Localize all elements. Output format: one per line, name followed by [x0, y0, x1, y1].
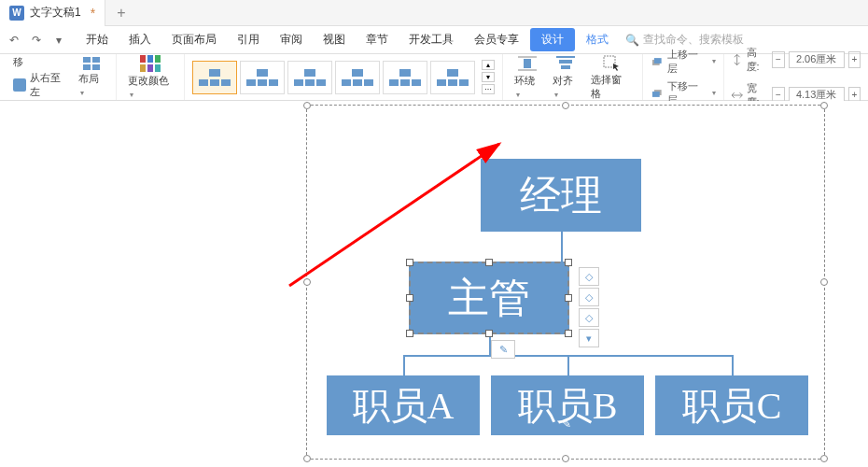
node-handle[interactable]: [565, 294, 572, 302]
chevron-down-icon: ▾: [516, 91, 520, 99]
document-tab[interactable]: W 文字文稿1 *: [0, 0, 105, 26]
resize-handle-bm[interactable]: [562, 455, 569, 462]
wrap-icon: [518, 55, 537, 72]
search-icon: 🔍: [625, 34, 639, 47]
menu-format[interactable]: 格式: [577, 28, 618, 51]
menu-start[interactable]: 开始: [77, 28, 118, 51]
menu-design[interactable]: 设计: [530, 28, 575, 51]
menu-ref[interactable]: 引用: [228, 28, 269, 51]
layout-preset-5[interactable]: [383, 61, 427, 94]
preset-scroll-up[interactable]: ▴: [482, 60, 495, 70]
menu-member[interactable]: 会员专享: [465, 28, 528, 51]
resize-handle-tl[interactable]: [303, 102, 311, 109]
move-up-button[interactable]: 上移一层▾: [651, 48, 716, 76]
search-box[interactable]: 🔍 查找命令、搜索模板: [625, 32, 744, 48]
qat-dropdown[interactable]: ▾: [50, 32, 67, 49]
connector: [567, 355, 569, 375]
tab-title: 文字文稿1: [30, 5, 81, 21]
context-add-above[interactable]: ◇: [579, 267, 599, 286]
org-node-emp-a[interactable]: 职员A: [327, 375, 480, 435]
svg-rect-18: [654, 58, 662, 64]
resize-handle-mr[interactable]: [820, 278, 828, 286]
select-pane-button[interactable]: 选择窗格: [587, 52, 635, 103]
search-placeholder: 查找命令、搜索模板: [643, 32, 744, 48]
supervisor-label: 主管: [448, 271, 530, 326]
wrap-button[interactable]: 环绕▾: [511, 53, 543, 101]
resize-handle-ml[interactable]: [303, 278, 311, 286]
height-increase[interactable]: +: [848, 51, 861, 68]
layout-preset-2[interactable]: [240, 61, 285, 94]
chevron-down-icon: ▾: [712, 89, 716, 97]
chevron-down-icon: ▾: [80, 89, 84, 97]
context-edit[interactable]: ✎: [491, 340, 515, 359]
tab-bar: W 文字文稿1 * +: [0, 0, 868, 26]
quick-access-toolbar: ↶ ↷ ▾: [6, 32, 75, 49]
org-node-supervisor-selected[interactable]: 主管: [409, 262, 569, 334]
height-input[interactable]: [789, 51, 845, 68]
redo-button[interactable]: ↷: [28, 32, 45, 49]
resize-handle-br[interactable]: [820, 455, 828, 462]
layer-down-icon: [651, 88, 664, 99]
node-handle[interactable]: [406, 259, 413, 266]
context-more[interactable]: ▾: [579, 329, 599, 347]
node-handle[interactable]: [565, 330, 572, 337]
add-tab-button[interactable]: +: [105, 5, 136, 21]
resize-handle-tr[interactable]: [820, 102, 828, 109]
node-handle[interactable]: [406, 294, 413, 302]
svg-rect-4: [140, 55, 146, 63]
color-grid-icon: [140, 55, 161, 72]
menu-page-layout[interactable]: 页面布局: [162, 28, 226, 51]
height-decrease[interactable]: −: [772, 51, 784, 68]
layout-preset-6[interactable]: [430, 61, 475, 94]
chevron-down-icon: ▾: [130, 91, 133, 99]
align-label: 对齐▾: [553, 74, 578, 99]
ribbon-group-size: 高度: − + 宽度: − +: [724, 54, 868, 100]
svg-rect-9: [155, 64, 161, 72]
node-handle[interactable]: [485, 259, 493, 266]
rtl-icon: [13, 78, 26, 92]
context-add-below[interactable]: ◇: [579, 308, 599, 327]
menu-view[interactable]: 视图: [314, 28, 355, 51]
resize-handle-bl[interactable]: [303, 455, 311, 462]
select-pane-label: 选择窗格: [591, 73, 631, 101]
preset-more[interactable]: ⋯: [482, 84, 495, 94]
rtl-label[interactable]: 从右至左: [30, 71, 70, 99]
ribbon-group-presets: ▴ ▾ ⋯: [185, 54, 503, 100]
svg-rect-8: [147, 64, 153, 72]
ribbon: 移 从右至左 布局▾ 更改颜色▾: [0, 54, 868, 101]
height-label: 高度:: [747, 46, 769, 74]
context-add-side[interactable]: ◇: [579, 288, 599, 306]
change-color-button[interactable]: 更改颜色▾: [124, 53, 177, 101]
ribbon-group-color: 更改颜色▾: [117, 54, 186, 100]
layout-preset-3[interactable]: [287, 61, 332, 94]
undo-button[interactable]: ↶: [6, 32, 22, 49]
layout-dropdown[interactable]: 布局▾: [75, 55, 107, 99]
layout-preset-4[interactable]: [335, 61, 380, 94]
chevron-down-icon: ▾: [712, 57, 716, 65]
svg-rect-10: [524, 59, 531, 68]
resize-handle-tm[interactable]: [562, 102, 569, 109]
document-page: 经理 主管 ◇ ◇ ◇ ▾ ✎ 职员A 职员B ✎ 职员C: [205, 101, 868, 467]
move-up-label: 上移一层: [667, 48, 707, 76]
layout-preset-1[interactable]: [192, 61, 237, 94]
layout-label: 布局▾: [78, 72, 104, 97]
node-handle[interactable]: [406, 330, 413, 337]
svg-rect-15: [561, 65, 570, 69]
node-handle[interactable]: [565, 259, 572, 266]
node-handle[interactable]: [485, 330, 493, 337]
menu-insert[interactable]: 插入: [119, 28, 161, 51]
edit-icon: ✎: [562, 417, 571, 432]
menu-dev-tools[interactable]: 开发工具: [399, 28, 463, 51]
align-button[interactable]: 对齐▾: [549, 53, 581, 101]
org-node-emp-b[interactable]: 职员B ✎: [491, 375, 644, 435]
org-node-emp-c[interactable]: 职员C: [655, 375, 808, 435]
layout-icon: [83, 57, 100, 70]
canvas-area[interactable]: 经理 主管 ◇ ◇ ◇ ▾ ✎ 职员A 职员B ✎ 职员C: [0, 101, 868, 467]
menu-review[interactable]: 审阅: [271, 28, 312, 51]
menu-chapter[interactable]: 章节: [357, 28, 398, 51]
preset-scroll-down[interactable]: ▾: [482, 72, 495, 82]
svg-rect-0: [83, 57, 91, 63]
word-doc-icon: W: [9, 6, 24, 21]
connector: [561, 232, 563, 262]
org-node-manager[interactable]: 经理: [481, 159, 641, 232]
